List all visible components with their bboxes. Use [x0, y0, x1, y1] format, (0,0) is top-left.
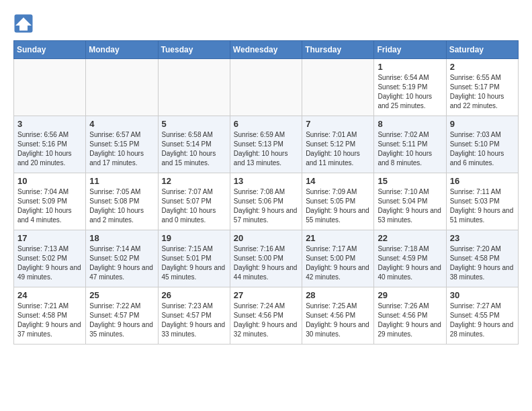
day-number: 9: [450, 119, 515, 129]
calendar-cell: 22Sunrise: 7:18 AM Sunset: 4:59 PM Dayli…: [374, 230, 446, 287]
calendar-cell: 16Sunrise: 7:11 AM Sunset: 5:03 PM Dayli…: [446, 173, 518, 230]
day-number: 11: [89, 176, 154, 186]
calendar-cell: [230, 59, 302, 116]
day-number: 26: [162, 290, 226, 300]
day-info: Sunrise: 7:22 AM Sunset: 4:57 PM Dayligh…: [89, 302, 154, 339]
calendar-cell: 28Sunrise: 7:25 AM Sunset: 4:56 PM Dayli…: [302, 287, 374, 345]
calendar-cell: [86, 59, 158, 116]
day-info: Sunrise: 7:01 AM Sunset: 5:12 PM Dayligh…: [306, 130, 370, 168]
day-number: 7: [306, 119, 370, 129]
day-number: 23: [450, 233, 515, 243]
day-info: Sunrise: 7:08 AM Sunset: 5:06 PM Dayligh…: [234, 187, 298, 225]
calendar-cell: 10Sunrise: 7:04 AM Sunset: 5:09 PM Dayli…: [14, 173, 86, 230]
day-info: Sunrise: 7:14 AM Sunset: 5:02 PM Dayligh…: [89, 244, 154, 282]
day-info: Sunrise: 7:13 AM Sunset: 5:02 PM Dayligh…: [17, 244, 82, 282]
calendar-cell: 4Sunrise: 6:57 AM Sunset: 5:15 PM Daylig…: [86, 116, 158, 173]
calendar-cell: 7Sunrise: 7:01 AM Sunset: 5:12 PM Daylig…: [302, 116, 374, 173]
calendar-cell: 27Sunrise: 7:24 AM Sunset: 4:56 PM Dayli…: [230, 287, 302, 345]
weekday-header-friday: Friday: [374, 41, 446, 59]
calendar-cell: 1Sunrise: 6:54 AM Sunset: 5:19 PM Daylig…: [374, 59, 446, 116]
weekday-header-sunday: Sunday: [14, 41, 86, 59]
day-info: Sunrise: 7:16 AM Sunset: 5:00 PM Dayligh…: [234, 244, 298, 282]
day-number: 28: [306, 290, 370, 300]
day-number: 4: [89, 119, 154, 129]
day-info: Sunrise: 7:03 AM Sunset: 5:10 PM Dayligh…: [450, 130, 515, 168]
page-header: [13, 13, 519, 34]
calendar-cell: 18Sunrise: 7:14 AM Sunset: 5:02 PM Dayli…: [86, 230, 158, 287]
day-number: 8: [378, 119, 442, 129]
day-number: 25: [89, 290, 154, 300]
day-number: 24: [17, 290, 82, 300]
day-info: Sunrise: 7:04 AM Sunset: 5:09 PM Dayligh…: [17, 187, 82, 225]
calendar-cell: 12Sunrise: 7:07 AM Sunset: 5:07 PM Dayli…: [158, 173, 230, 230]
day-info: Sunrise: 7:17 AM Sunset: 5:00 PM Dayligh…: [306, 244, 370, 282]
day-number: 16: [450, 176, 515, 186]
calendar-cell: 21Sunrise: 7:17 AM Sunset: 5:00 PM Dayli…: [302, 230, 374, 287]
calendar-cell: 30Sunrise: 7:27 AM Sunset: 4:55 PM Dayli…: [446, 287, 518, 345]
day-info: Sunrise: 7:18 AM Sunset: 4:59 PM Dayligh…: [378, 244, 442, 282]
calendar-cell: 11Sunrise: 7:05 AM Sunset: 5:08 PM Dayli…: [86, 173, 158, 230]
weekday-header-thursday: Thursday: [302, 41, 374, 59]
day-info: Sunrise: 7:11 AM Sunset: 5:03 PM Dayligh…: [450, 187, 515, 225]
day-number: 21: [306, 233, 370, 243]
day-number: 1: [378, 62, 442, 72]
day-info: Sunrise: 7:27 AM Sunset: 4:55 PM Dayligh…: [450, 302, 515, 339]
calendar-cell: 20Sunrise: 7:16 AM Sunset: 5:00 PM Dayli…: [230, 230, 302, 287]
day-info: Sunrise: 6:56 AM Sunset: 5:16 PM Dayligh…: [17, 130, 82, 168]
calendar-cell: 26Sunrise: 7:23 AM Sunset: 4:57 PM Dayli…: [158, 287, 230, 345]
weekday-header-wednesday: Wednesday: [230, 41, 302, 59]
logo-icon: [13, 13, 34, 34]
day-info: Sunrise: 7:23 AM Sunset: 4:57 PM Dayligh…: [162, 302, 226, 339]
day-number: 27: [234, 290, 298, 300]
day-info: Sunrise: 7:15 AM Sunset: 5:01 PM Dayligh…: [162, 244, 226, 282]
day-info: Sunrise: 7:20 AM Sunset: 4:58 PM Dayligh…: [450, 244, 515, 282]
day-info: Sunrise: 7:02 AM Sunset: 5:11 PM Dayligh…: [378, 130, 442, 168]
calendar-cell: [158, 59, 230, 116]
day-number: 2: [450, 62, 515, 72]
calendar-table: SundayMondayTuesdayWednesdayThursdayFrid…: [13, 40, 519, 345]
day-info: Sunrise: 7:21 AM Sunset: 4:58 PM Dayligh…: [17, 302, 82, 339]
day-info: Sunrise: 6:55 AM Sunset: 5:17 PM Dayligh…: [450, 73, 515, 111]
calendar-cell: 14Sunrise: 7:09 AM Sunset: 5:05 PM Dayli…: [302, 173, 374, 230]
calendar-cell: 6Sunrise: 6:59 AM Sunset: 5:13 PM Daylig…: [230, 116, 302, 173]
weekday-header-monday: Monday: [86, 41, 158, 59]
calendar-cell: 3Sunrise: 6:56 AM Sunset: 5:16 PM Daylig…: [14, 116, 86, 173]
day-info: Sunrise: 6:59 AM Sunset: 5:13 PM Dayligh…: [234, 130, 298, 168]
day-number: 6: [234, 119, 298, 129]
day-info: Sunrise: 7:25 AM Sunset: 4:56 PM Dayligh…: [306, 302, 370, 339]
calendar-cell: 24Sunrise: 7:21 AM Sunset: 4:58 PM Dayli…: [14, 287, 86, 345]
day-number: 17: [17, 233, 82, 243]
logo: [13, 13, 36, 34]
calendar-cell: 23Sunrise: 7:20 AM Sunset: 4:58 PM Dayli…: [446, 230, 518, 287]
calendar-cell: 8Sunrise: 7:02 AM Sunset: 5:11 PM Daylig…: [374, 116, 446, 173]
day-number: 20: [234, 233, 298, 243]
day-info: Sunrise: 7:10 AM Sunset: 5:04 PM Dayligh…: [378, 187, 442, 225]
day-number: 5: [162, 119, 226, 129]
day-info: Sunrise: 7:09 AM Sunset: 5:05 PM Dayligh…: [306, 187, 370, 225]
day-info: Sunrise: 6:58 AM Sunset: 5:14 PM Dayligh…: [162, 130, 226, 168]
calendar-cell: 2Sunrise: 6:55 AM Sunset: 5:17 PM Daylig…: [446, 59, 518, 116]
day-info: Sunrise: 6:54 AM Sunset: 5:19 PM Dayligh…: [378, 73, 442, 111]
day-number: 29: [378, 290, 442, 300]
calendar-cell: 5Sunrise: 6:58 AM Sunset: 5:14 PM Daylig…: [158, 116, 230, 173]
day-number: 13: [234, 176, 298, 186]
calendar-cell: 13Sunrise: 7:08 AM Sunset: 5:06 PM Dayli…: [230, 173, 302, 230]
day-info: Sunrise: 7:26 AM Sunset: 4:56 PM Dayligh…: [378, 302, 442, 339]
calendar-cell: 19Sunrise: 7:15 AM Sunset: 5:01 PM Dayli…: [158, 230, 230, 287]
day-info: Sunrise: 7:05 AM Sunset: 5:08 PM Dayligh…: [89, 187, 154, 225]
calendar-cell: 15Sunrise: 7:10 AM Sunset: 5:04 PM Dayli…: [374, 173, 446, 230]
day-number: 12: [162, 176, 226, 186]
day-number: 30: [450, 290, 515, 300]
day-number: 22: [378, 233, 442, 243]
day-number: 3: [17, 119, 82, 129]
weekday-header-tuesday: Tuesday: [158, 41, 230, 59]
day-info: Sunrise: 7:07 AM Sunset: 5:07 PM Dayligh…: [162, 187, 226, 225]
calendar-cell: 29Sunrise: 7:26 AM Sunset: 4:56 PM Dayli…: [374, 287, 446, 345]
calendar-cell: [14, 59, 86, 116]
calendar-cell: [302, 59, 374, 116]
calendar-cell: 17Sunrise: 7:13 AM Sunset: 5:02 PM Dayli…: [14, 230, 86, 287]
day-number: 10: [17, 176, 82, 186]
day-info: Sunrise: 6:57 AM Sunset: 5:15 PM Dayligh…: [89, 130, 154, 168]
day-number: 14: [306, 176, 370, 186]
day-number: 15: [378, 176, 442, 186]
